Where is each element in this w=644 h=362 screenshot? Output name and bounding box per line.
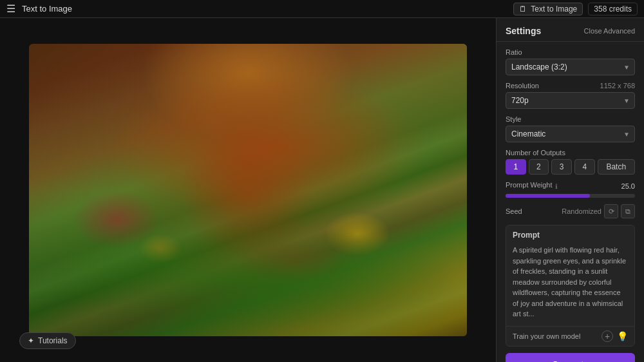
style-select[interactable]: Cinematic Photographic Digital Art Anime: [506, 126, 635, 142]
image-area: ✦ Tutorials: [0, 18, 496, 362]
main-layout: ✦ Tutorials Settings Close Advanced Rati…: [0, 18, 644, 362]
text-to-image-badge[interactable]: 🗒 Text to Image: [513, 3, 583, 15]
output-btn-1[interactable]: 1: [506, 159, 526, 175]
num-outputs-label: Number of Outputs: [506, 149, 635, 157]
prompt-weight-fill: [506, 194, 590, 198]
resolution-select[interactable]: 720p 1080p 4K: [506, 92, 635, 109]
output-btn-2[interactable]: 2: [529, 159, 549, 175]
topbar-title: Text to Image: [22, 4, 72, 14]
train-model-link[interactable]: Train your own model: [513, 332, 580, 340]
seed-copy-button[interactable]: ⧉: [621, 204, 635, 218]
style-select-wrapper: Cinematic Photographic Digital Art Anime…: [506, 126, 635, 142]
settings-body: Ratio Landscape (3:2) Portrait (2:3) Squ…: [497, 42, 644, 353]
ratio-select-wrapper: Landscape (3:2) Portrait (2:3) Square (1…: [506, 59, 635, 75]
prompt-text[interactable]: A spirited girl with flowing red hair, s…: [506, 242, 634, 326]
add-model-button[interactable]: +: [601, 330, 613, 342]
settings-panel: Settings Close Advanced Ratio Landscape …: [496, 18, 644, 362]
badge-icon: 🗒: [519, 5, 527, 14]
output-buttons-group: 1 2 3 4 Batch: [506, 159, 635, 175]
style-field: Style Cinematic Photographic Digital Art…: [506, 115, 635, 142]
prompt-weight-bar[interactable]: [506, 194, 635, 198]
seed-copy-icon: ⧉: [625, 207, 630, 216]
credits-badge: 358 credits: [588, 3, 638, 15]
resolution-field: Resolution 1152 x 768 720p 1080p 4K ▼: [506, 82, 635, 109]
prompt-weight-field: Prompt Weight ℹ 25.0: [506, 181, 635, 198]
topbar: ☰ Text to Image 🗒 Text to Image 358 cred…: [0, 0, 644, 18]
topbar-left: ☰ Text to Image: [6, 3, 72, 15]
ratio-field: Ratio Landscape (3:2) Portrait (2:3) Squ…: [506, 48, 635, 75]
credits-label: 358 credits: [594, 5, 632, 14]
settings-header: Settings Close Advanced: [497, 18, 644, 42]
resolution-select-wrapper: 720p 1080p 4K ▼: [506, 92, 635, 109]
close-advanced-button[interactable]: Close Advanced: [584, 27, 636, 35]
prompt-weight-label: Prompt Weight: [506, 181, 553, 189]
tutorials-button[interactable]: ✦ Tutorials: [19, 332, 76, 349]
generate-button[interactable]: Generate: [506, 353, 635, 363]
tutorials-label: Tutorials: [38, 336, 68, 345]
prompt-header: Prompt: [506, 225, 634, 242]
seed-randomized-text: Randomized: [562, 207, 601, 215]
seed-field: Seed Randomized ⟳ ⧉: [506, 204, 635, 218]
seed-refresh-icon: ⟳: [609, 207, 614, 216]
num-outputs-field: Number of Outputs 1 2 3 4 Batch: [506, 149, 635, 175]
prompt-footer: Train your own model + 💡: [506, 326, 634, 346]
prompt-weight-info-icon[interactable]: ℹ: [555, 183, 558, 190]
style-label: Style: [506, 115, 635, 123]
prompt-weight-label-row: Prompt Weight ℹ 25.0: [506, 181, 635, 191]
ratio-select[interactable]: Landscape (3:2) Portrait (2:3) Square (1…: [506, 59, 635, 75]
resolution-dimensions: 1152 x 768: [600, 82, 635, 90]
generated-image: [29, 44, 467, 336]
badge-label: Text to Image: [531, 5, 577, 14]
prompt-weight-value: 25.0: [621, 182, 635, 190]
settings-title: Settings: [506, 26, 541, 36]
bulb-icon[interactable]: 💡: [617, 331, 628, 341]
tutorials-icon: ✦: [28, 336, 34, 345]
seed-refresh-button[interactable]: ⟳: [604, 204, 618, 218]
seed-controls: Randomized ⟳ ⧉: [562, 204, 635, 218]
prompt-section: Prompt A spirited girl with flowing red …: [506, 225, 635, 347]
image-container: [29, 44, 467, 336]
seed-label: Seed: [506, 207, 522, 215]
output-btn-batch[interactable]: Batch: [598, 159, 635, 175]
topbar-right: 🗒 Text to Image 358 credits: [513, 3, 638, 15]
output-btn-3[interactable]: 3: [551, 159, 572, 175]
resolution-label-row: Resolution 1152 x 768: [506, 82, 635, 92]
output-btn-4[interactable]: 4: [574, 159, 595, 175]
resolution-label: Resolution: [506, 82, 539, 90]
menu-icon[interactable]: ☰: [6, 3, 15, 15]
ratio-label: Ratio: [506, 48, 635, 56]
